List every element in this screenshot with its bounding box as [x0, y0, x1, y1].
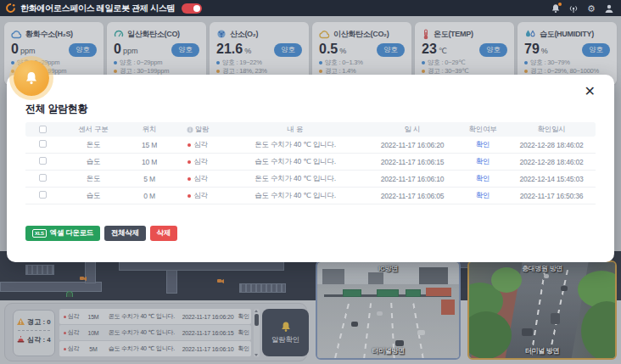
critical-dot: [187, 143, 191, 147]
row-checkbox[interactable]: [39, 191, 47, 199]
bell-icon: [24, 70, 39, 86]
confirm-link[interactable]: 확인: [458, 157, 507, 167]
info-icon: [187, 126, 193, 133]
alarm-history-modal: ✕ 전체 알람현황 센서 구분 위치 알람 내 용 일 시 확인여부 확인일시 …: [7, 75, 614, 262]
row-checkbox[interactable]: [39, 157, 47, 165]
table-row: 습도 0 M 심각 습도 수치가 40 ℃ 입니다. 2022-11-17 16…: [25, 188, 596, 204]
xls-icon: XLS: [32, 229, 47, 238]
close-icon[interactable]: ✕: [585, 85, 596, 98]
modal-title: 전체 알람현황: [25, 102, 87, 116]
delete-all-button[interactable]: 전체삭제: [104, 226, 146, 241]
notification-bell-icon[interactable]: [551, 3, 561, 14]
toggle-knob: [193, 5, 200, 12]
select-all-checkbox[interactable]: [39, 126, 47, 133]
table-row: 습도 10 M 심각 습도 수치가 40 ℃ 입니다. 2022-11-17 1…: [25, 154, 596, 171]
confirm-link[interactable]: 확인: [458, 191, 507, 201]
row-checkbox[interactable]: [39, 174, 47, 182]
critical-dot: [187, 194, 191, 198]
top-header: 한화에어로스페이스 레일로봇 관제 시스템 ⚙: [0, 0, 621, 16]
alarm-bell-fab[interactable]: [14, 60, 49, 96]
row-checkbox[interactable]: [39, 140, 47, 148]
delete-button[interactable]: 삭제: [150, 226, 177, 241]
confirm-link[interactable]: 확인: [458, 174, 507, 184]
notification-dot: [558, 3, 562, 6]
excel-download-button[interactable]: XLS 엑셀 다운로드: [25, 226, 100, 241]
app-title: 한화에어로스페이스 레일로봇 관제 시스템: [20, 3, 175, 14]
table-row: 온도 5 M 심각 온도 수치가 40 ℃ 입니다. 2022-11-17 16…: [25, 171, 596, 188]
alarm-table: 센서 구분 위치 알람 내 용 일 시 확인여부 확인일시 온도 15 M 심각…: [25, 122, 596, 204]
settings-gear-icon[interactable]: ⚙: [586, 3, 596, 14]
critical-dot: [187, 177, 191, 181]
critical-dot: [187, 160, 191, 164]
table-row: 온도 15 M 심각 온도 수치가 40 ℃ 입니다. 2022-11-17 1…: [25, 137, 596, 154]
confirm-link[interactable]: 확인: [458, 140, 507, 150]
signal-icon[interactable]: [568, 3, 579, 14]
table-header-row: 센서 구분 위치 알람 내 용 일 시 확인여부 확인일시: [25, 122, 596, 137]
user-icon[interactable]: [604, 3, 614, 14]
system-toggle[interactable]: [182, 3, 202, 14]
app-logo-icon: [5, 3, 16, 14]
